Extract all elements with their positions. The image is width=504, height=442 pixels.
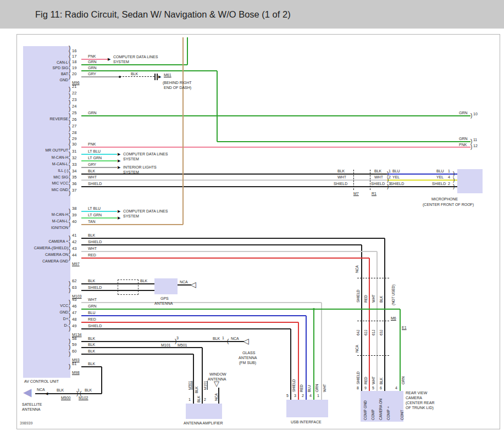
pin-function-label: BAT xyxy=(24,72,68,76)
wire-segment xyxy=(81,115,470,116)
wire-color-label: BLK xyxy=(88,343,95,347)
diagram-label: WINDOW xyxy=(209,372,226,377)
wire-color-label: BLK xyxy=(88,233,95,238)
wire-segment xyxy=(298,322,299,400)
diagram-label: BLK xyxy=(337,169,345,174)
signal-arrow-icon: ▶ xyxy=(108,57,110,61)
gps-antenna-box xyxy=(154,278,178,294)
diagram-label: (BEHIND RIGHT xyxy=(163,81,192,85)
av-control-unit-box xyxy=(23,46,70,378)
diagram-canvas: 398939 ))16)17PNKCAN-L)18GRNSPD SIG)19GR… xyxy=(0,0,504,442)
signal-arrow-icon: ▶ xyxy=(118,216,120,220)
wire-color-label: SHIELD xyxy=(88,240,102,244)
pin-socket-icon: ) xyxy=(453,177,455,183)
wire-segment xyxy=(81,211,117,212)
diagram-label: ANTENNA xyxy=(239,356,257,360)
pin-socket-icon: ) xyxy=(69,190,70,196)
diagram-label: E1 xyxy=(402,326,407,330)
wire-segment xyxy=(81,315,306,316)
wire-color-label: GRN xyxy=(88,60,97,64)
pin-function-label: M-CAN-H xyxy=(24,155,68,160)
pin-number: 34 xyxy=(72,169,76,174)
wire-color-label: GRN xyxy=(88,66,97,70)
wire-segment xyxy=(81,302,322,303)
pin-socket-icon: ) xyxy=(69,164,70,170)
junction-dot xyxy=(119,76,121,78)
wire-color-label: PNK xyxy=(88,142,96,147)
wiring-diagram-page: Fig 11: Radio Circuit, Sedan W/ Navigati… xyxy=(0,0,504,442)
pin-socket-icon: ) xyxy=(69,119,70,125)
pin-socket-icon: ) xyxy=(69,158,70,164)
diagram-vertical-label: BLK xyxy=(195,387,199,393)
pin-socket-icon: ) xyxy=(69,74,70,80)
pin-socket-icon: ) xyxy=(69,151,70,157)
diagram-label: 1 xyxy=(389,169,391,174)
antenna-amplifier-box xyxy=(186,404,222,419)
pin-function-label: ILL (-) xyxy=(24,169,68,173)
pin-function-label: IGNITION xyxy=(24,226,68,230)
diagram-label: SATELLITE xyxy=(22,402,42,407)
diagram-label: BLK xyxy=(57,388,64,393)
wire-segment xyxy=(217,71,218,142)
diagram-label: M501 xyxy=(178,343,187,348)
diagram-label: NCA xyxy=(231,337,239,341)
pin-number: 19 xyxy=(72,66,76,71)
pin-function-label: M-CAN-L xyxy=(24,162,68,166)
pin-socket-icon: ) xyxy=(470,144,472,150)
pin-number: 40 xyxy=(72,220,76,225)
diagram-vertical-label: 61J xyxy=(372,330,376,335)
pin-number: 45 xyxy=(72,298,76,303)
diagram-frame xyxy=(16,34,500,429)
pin-number: 42 xyxy=(72,240,76,245)
wire-color-label: RED xyxy=(88,317,96,322)
wire-segment xyxy=(81,180,387,181)
pin-number: 26 xyxy=(72,118,76,122)
wire-color-label: WHT xyxy=(88,175,97,180)
wire-color-label: PNK xyxy=(88,54,96,59)
wire-segment xyxy=(387,180,457,181)
pin-socket-icon: ) xyxy=(69,93,70,99)
wire-segment xyxy=(384,238,385,391)
wire-color-label: TAN xyxy=(88,220,95,224)
pin-function-label: CAN-L xyxy=(24,60,68,65)
wire-segment xyxy=(182,37,184,225)
pin-function-label: SPD SIG xyxy=(24,66,68,70)
diagram-vertical-label: RED xyxy=(300,384,304,392)
antenna-icon: ◁ xyxy=(243,337,249,345)
pin-number: 28 xyxy=(72,131,76,136)
pin-socket-icon: ) xyxy=(69,242,70,248)
pin-socket-icon: ) xyxy=(69,306,70,312)
pin-number: 58 xyxy=(72,337,76,342)
diagram-vertical-label: BLK xyxy=(197,396,201,402)
pin-socket-icon: ) xyxy=(387,183,389,189)
diagram-label: 1 xyxy=(448,169,450,174)
diagram-vertical-label: M101 xyxy=(203,381,208,390)
diagram-label: 4 xyxy=(395,386,397,390)
wire-color-label: WHT xyxy=(88,247,97,251)
wire-segment xyxy=(81,154,117,155)
pin-socket-icon: ) xyxy=(470,113,472,119)
diagram-label: GPS xyxy=(160,296,169,301)
inline-connector-box xyxy=(118,279,139,295)
pin-socket-icon: ) xyxy=(69,363,70,370)
pin-number: 30 xyxy=(72,142,76,147)
diagram-label: BLK xyxy=(374,169,381,174)
diagram-label: BLK xyxy=(213,337,220,341)
diagram-vertical-label: RED xyxy=(364,377,368,384)
diagram-label: YEL xyxy=(436,175,444,180)
wire-segment xyxy=(361,245,362,391)
pin-number: 41 xyxy=(72,233,76,238)
diagram-label: GRN xyxy=(459,111,468,115)
wire-color-label: BLU xyxy=(88,311,96,315)
pin-number: 32 xyxy=(72,156,76,161)
wire-segment xyxy=(81,186,457,187)
diagram-vertical-label: BLU xyxy=(307,385,312,392)
wire-color-label: GRN xyxy=(88,111,97,115)
diagram-vertical-label: 64J xyxy=(356,330,361,335)
pin-socket-icon: ) xyxy=(69,326,70,332)
pin-socket-icon: ) xyxy=(69,68,70,74)
diagram-vertical-label: WHT xyxy=(372,294,376,303)
signal-arrow-icon: ▶ xyxy=(118,159,120,163)
diagram-label: SYSTEM xyxy=(123,157,139,161)
pin-number: 48 xyxy=(72,317,76,322)
